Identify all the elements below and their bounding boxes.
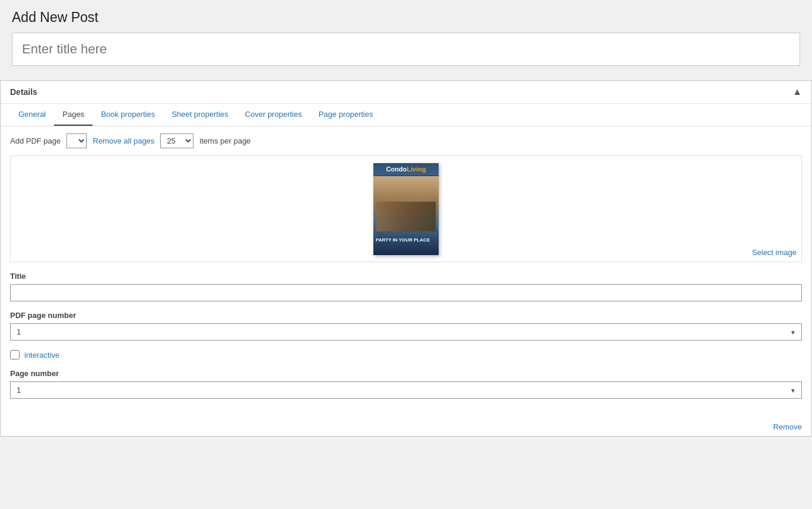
tab-book-properties[interactable]: Book properties (93, 104, 163, 126)
items-per-page-select[interactable]: 25 50 100 (160, 133, 194, 148)
magazine-logo: CondoLiving (377, 166, 435, 173)
tab-sheet-properties[interactable]: Sheet properties (163, 104, 236, 126)
pdf-page-number-label: PDF page number (10, 311, 802, 320)
select-image-link[interactable]: Select image (752, 248, 797, 257)
items-per-page-label: items per page (199, 136, 250, 145)
interactive-checkbox[interactable] (10, 350, 20, 360)
page-number-select-wrap: 1 2 3 ▼ (10, 381, 802, 399)
add-pdf-label: Add PDF page (10, 136, 61, 145)
page-form: Title PDF page number 1 2 3 ▼ interactiv… (1, 272, 811, 418)
title-field[interactable] (10, 284, 802, 301)
magazine-cover-image: CondoLiving PARTY IN YOUR PLACE (373, 163, 439, 255)
remove-button[interactable]: Remove (773, 422, 802, 431)
page-number-select[interactable]: 1 2 3 (10, 381, 802, 399)
add-pdf-dropdown[interactable] (66, 133, 87, 148)
title-input-wrap (12, 33, 800, 66)
post-title-input[interactable] (12, 33, 800, 65)
pages-toolbar: Add PDF page Remove all pages 25 50 100 … (1, 126, 811, 155)
collapse-icon[interactable]: ▲ (792, 87, 802, 97)
title-group: Title (10, 272, 802, 301)
details-panel: Details ▲ General Pages Book properties … (0, 80, 812, 437)
page-title: Add New Post (12, 9, 800, 26)
pages-container: CondoLiving PARTY IN YOUR PLACE Select i… (10, 155, 802, 262)
tab-cover-properties[interactable]: Cover properties (237, 104, 310, 126)
tabs-bar: General Pages Book properties Sheet prop… (1, 104, 811, 126)
title-label: Title (10, 272, 802, 281)
remove-all-pages-link[interactable]: Remove all pages (93, 136, 154, 145)
pdf-page-number-select[interactable]: 1 2 3 (10, 323, 802, 341)
tab-page-properties[interactable]: Page properties (310, 104, 382, 126)
remove-row: Remove (1, 418, 811, 436)
pdf-page-number-select-wrap: 1 2 3 ▼ (10, 323, 802, 341)
magazine-living: Living (407, 166, 426, 173)
details-header: Details ▲ (1, 81, 811, 104)
interactive-label[interactable]: interactive (24, 351, 59, 360)
magazine-condo: Condo (386, 166, 407, 173)
tab-pages[interactable]: Pages (54, 104, 93, 126)
pdf-page-number-group: PDF page number 1 2 3 ▼ (10, 311, 802, 341)
details-label: Details (10, 87, 37, 97)
interactive-row: interactive (10, 350, 802, 360)
page-number-label: Page number (10, 369, 802, 378)
tab-general[interactable]: General (10, 104, 54, 126)
page-number-group: Page number 1 2 3 ▼ (10, 369, 802, 399)
magazine-bottom-text: PARTY IN YOUR PLACE (376, 237, 436, 243)
